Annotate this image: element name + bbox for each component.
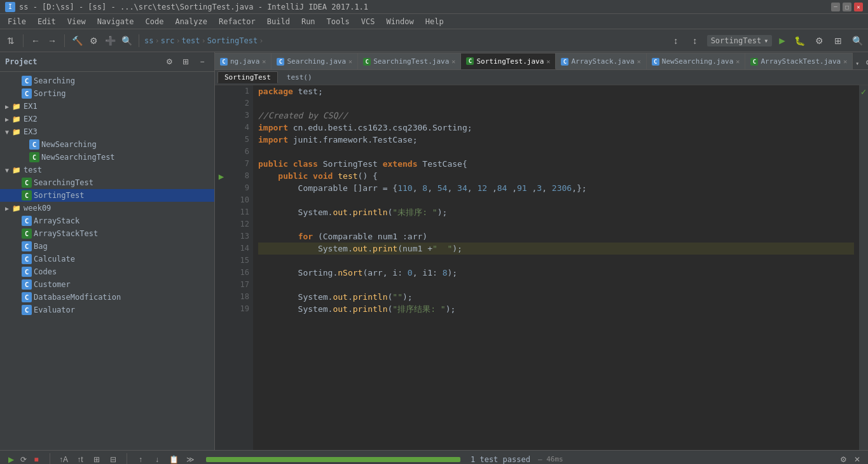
minimize-button[interactable]: ─ [831,3,840,11]
sidebar-item-ex2[interactable]: ▶ 📁 EX2 [0,113,214,125]
add-button[interactable]: ➕ [103,34,117,48]
editor-settings-button[interactable]: ⚙ [862,55,868,69]
close-button[interactable]: ✕ [854,3,863,11]
tab-ng-java[interactable]: C ng.java ✕ [215,53,272,69]
sidebar-settings[interactable]: ⚙ [162,55,176,69]
code-line-11: System.out.println("未排序: "); [258,206,854,218]
sidebar-collapse[interactable]: − [195,55,209,69]
toolbar-layout[interactable]: ⊞ [831,34,845,48]
sidebar-item-bag[interactable]: C Bag [0,240,214,253]
toolbar-separator-3 [139,34,139,47]
tab-close[interactable]: ✕ [546,58,550,65]
build-button[interactable]: 🔨 [70,34,84,48]
sidebar-item-ex1[interactable]: ▶ 📁 EX1 [0,100,214,113]
breadcrumb-sortingtest[interactable]: SortingTest [207,36,258,45]
breadcrumb-ss[interactable]: ss [144,36,153,45]
menu-edit[interactable]: Edit [32,16,61,27]
tab-arraystacktest-java[interactable]: C ArrayStackTest.java ✕ [745,53,853,69]
sidebar-item-newsearchingtest[interactable]: C NewSearchingTest [0,151,214,164]
gutter-row-2 [215,97,228,109]
menu-navigate[interactable]: Navigate [92,16,139,27]
tab-arraystack-java[interactable]: C ArrayStack.java ✕ [556,53,646,69]
breadcrumb-src[interactable]: src [161,36,175,45]
sync-button[interactable]: ⇅ [4,34,18,48]
toolbar-extra1[interactable]: ↕ [688,34,702,48]
menu-tools[interactable]: Tools [322,16,355,27]
panel-separator [50,453,50,465]
next-failure-button[interactable]: ↓ [151,454,163,465]
tab-searching-java[interactable]: C Searching.java ✕ [272,53,358,69]
sidebar-item-ex3[interactable]: ▼ 📁 EX3 [0,125,214,138]
code-line-10 [258,194,854,206]
forward-button[interactable]: → [45,34,59,48]
code-editor[interactable]: ▶ 1 2 3 4 5 6 7 [215,85,868,450]
tab-close[interactable]: ✕ [637,58,641,65]
sidebar-item-newsearching[interactable]: C NewSearching [0,138,214,151]
sidebar-item-evaluator[interactable]: C Evaluator [0,304,214,316]
tab-close[interactable]: ✕ [736,58,740,65]
rerun-button[interactable]: ▶ [5,454,17,465]
gutter-row-8[interactable]: ▶ [215,170,228,182]
run-config-selector[interactable]: SortingTest ▾ [707,35,773,46]
sidebar-item-customer[interactable]: C Customer [0,278,214,291]
sidebar-item-calculate[interactable]: C Calculate [0,253,214,265]
sidebar-item-arraystack[interactable]: C ArrayStack [0,214,214,227]
sidebar-item-arraystacktest[interactable]: C ArrayStackTest [0,227,214,240]
panel-close-button[interactable]: ✕ [851,454,863,465]
sidebar-item-searchingtest[interactable]: C SearchingTest [0,176,214,189]
tab-close[interactable]: ✕ [348,58,352,65]
menu-build[interactable]: Build [262,16,295,27]
sidebar-expand[interactable]: ⊞ [179,55,193,69]
tab-close[interactable]: ✕ [262,58,266,65]
gradle-sync-button[interactable]: ↕ [669,34,683,48]
search-button[interactable]: 🔍 [120,34,134,48]
arrow-icon: ▶ [3,205,11,212]
menu-window[interactable]: Window [381,16,418,27]
sort-alpha-button[interactable]: ↑A [58,454,69,465]
subtab-sortingtest[interactable]: SortingTest [217,71,278,83]
tab-close[interactable]: ✕ [451,58,455,65]
right-gutter: ✓ [859,85,868,450]
tab-newsearching-java[interactable]: C NewSearching.java ✕ [647,53,746,69]
sidebar-item-sortingtest[interactable]: C SortingTest [0,189,214,202]
tab-searchingtest-java[interactable]: C SearchingTest.java ✕ [358,53,461,69]
toolbar-extra2[interactable]: 🔍 [850,34,864,48]
rerun-failed-button[interactable]: ⟳ [18,454,29,465]
menu-run[interactable]: Run [296,16,320,27]
sort-duration-button[interactable]: ↑t [74,454,86,465]
menu-file[interactable]: File [3,16,31,27]
sidebar-item-databasemodfication[interactable]: C DatabaseModfication [0,291,214,304]
code-content[interactable]: package test; //Created by CSQ// import … [253,85,859,450]
menu-vcs[interactable]: VCS [356,16,380,27]
tab-close[interactable]: ✕ [843,58,847,65]
export-button[interactable]: 📋 [168,454,179,465]
menu-analyze[interactable]: Analyze [170,16,212,27]
tab-sortingtest-java[interactable]: C SortingTest.java ✕ [461,53,556,69]
maximize-button[interactable]: □ [843,3,851,11]
run-button[interactable]: ▶ [779,34,785,46]
menu-refactor[interactable]: Refactor [214,16,261,27]
tabs-overflow[interactable]: ▾ [853,57,862,69]
back-button[interactable]: ← [29,34,43,48]
sidebar-item-sorting[interactable]: C Sorting [0,87,214,100]
coverage-button[interactable]: ⚙ [812,34,826,48]
debug-button[interactable]: 🐛 [794,36,805,46]
breadcrumb-test[interactable]: test [182,36,200,45]
menu-view[interactable]: View [62,16,91,27]
panel-extra-button[interactable]: ≫ [184,454,196,465]
run-config-name: SortingTest [711,36,761,45]
sidebar-item-codes[interactable]: C Codes [0,265,214,278]
expand-all-button[interactable]: ⊞ [91,454,102,465]
menu-help[interactable]: Help [420,16,449,27]
panel-settings-button[interactable]: ⚙ [837,454,849,465]
collapse-all-button[interactable]: ⊟ [107,454,119,465]
settings-button[interactable]: ⚙ [86,34,100,48]
code-line-3: //Created by CSQ// [258,109,854,122]
prev-failure-button[interactable]: ↑ [135,454,146,465]
stop-button[interactable]: ■ [31,454,42,465]
subtab-test[interactable]: test() [280,72,319,83]
sidebar-item-searching[interactable]: C Searching [0,74,214,87]
menu-code[interactable]: Code [141,16,169,27]
sidebar-item-test-folder[interactable]: ▼ 📁 test [0,164,214,176]
sidebar-item-week09[interactable]: ▶ 📁 week09 [0,202,214,214]
